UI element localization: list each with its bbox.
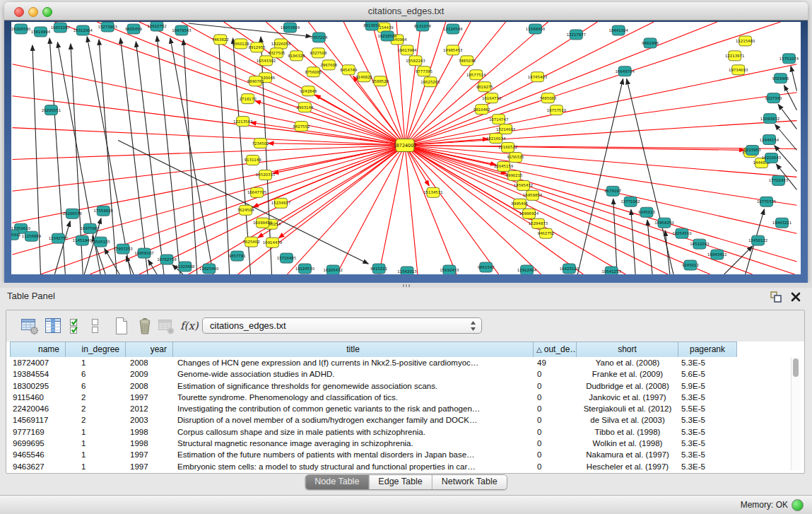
graph-edge-selected[interactable] [278, 146, 405, 238]
network-view-window[interactable]: citations_edges.txt 18724007746382293601… [4, 2, 808, 283]
table-cell[interactable]: Estimation of significance thresholds fo… [173, 380, 534, 392]
column-header-title[interactable]: title [173, 342, 534, 357]
table-cell[interactable]: 1998 [126, 438, 173, 449]
graph-edge[interactable] [184, 40, 197, 274]
table-cell[interactable]: 0 [534, 368, 577, 380]
table-cell[interactable]: 1 [66, 357, 126, 368]
graph-edge-selected[interactable] [189, 146, 405, 274]
table-cell[interactable]: 2 [66, 414, 126, 426]
graph-edge-selected[interactable] [405, 146, 796, 262]
graph-edge-selected[interactable] [405, 146, 668, 274]
table-cell[interactable]: 1 [66, 426, 126, 438]
table-cell[interactable]: 1997 [126, 392, 173, 403]
table-cell[interactable]: 0 [534, 403, 577, 414]
table-cell[interactable]: 19384554 [10, 368, 66, 380]
column-header-year[interactable]: year [126, 342, 173, 357]
table-cell[interactable]: Hescheler et al. (1997) [577, 461, 678, 472]
network-canvas[interactable]: 1872400774638229360128891295518226058932… [11, 22, 801, 274]
table-cell[interactable]: 0 [534, 438, 577, 449]
table-cell[interactable]: Structural magnetic resonance image aver… [173, 438, 534, 449]
select-all-icon[interactable] [69, 317, 83, 335]
table-cell[interactable]: de Silva et al. (2003) [577, 414, 678, 426]
table-cell[interactable]: 1 [66, 438, 126, 449]
graph-edge-selected[interactable] [405, 146, 796, 234]
table-selector-dropdown[interactable]: citations_edges.txt [202, 317, 482, 334]
table-cell[interactable]: 2008 [126, 357, 173, 368]
delete-table-icon[interactable] [157, 317, 175, 335]
table-cell[interactable]: 6 [66, 368, 126, 380]
table-cell[interactable]: 5.3E-5 [678, 414, 737, 426]
graph-edge[interactable] [665, 230, 670, 274]
memory-status-indicator[interactable] [792, 499, 804, 511]
table-cell[interactable]: 2 [66, 392, 126, 403]
graph-edge-selected[interactable] [405, 146, 457, 274]
table-cell[interactable]: Investigating the contribution of common… [173, 403, 534, 414]
table-cell[interactable]: 0 [534, 414, 577, 426]
table-cell[interactable]: Dudbridge et al. (2008) [577, 380, 678, 392]
graph-edge[interactable] [784, 86, 797, 110]
graph-edge-selected[interactable] [405, 22, 654, 146]
graph-edge-selected[interactable] [405, 22, 781, 146]
graph-edge[interactable] [218, 35, 229, 274]
table-cell[interactable]: Disruption of a novel member of a sodium… [173, 414, 534, 426]
table-cell[interactable]: 18724007 [10, 357, 66, 368]
table-row[interactable]: 946362711997Embryonic stem cells: a mode… [10, 461, 791, 472]
column-header-in_degree[interactable]: in_degree [66, 342, 126, 357]
table-row[interactable]: 1938455462009Genome-wide association stu… [10, 368, 791, 380]
table-cell[interactable]: Jankovic et al. (1997) [577, 392, 678, 403]
graph-edge[interactable] [647, 220, 652, 274]
tab-node-table[interactable]: Node Table [305, 475, 368, 489]
graph-edge-selected[interactable] [405, 146, 418, 274]
table-row[interactable]: 969969511998Structural magnetic resonanc… [10, 438, 791, 449]
table-cell[interactable]: 49 [534, 357, 577, 368]
table-cell[interactable]: 1 [66, 449, 126, 460]
table-cell[interactable]: Estimation of the future numbers of pati… [173, 449, 534, 460]
table-cell[interactable]: 6 [66, 380, 126, 392]
column-header-name[interactable]: name [10, 342, 66, 357]
graph-edge[interactable] [724, 246, 753, 274]
table-cell[interactable]: 0 [534, 449, 577, 460]
column-header-short[interactable]: short [577, 342, 678, 357]
graph-edge-selected[interactable] [238, 146, 405, 274]
graph-edge-selected[interactable] [405, 146, 541, 274]
graph-edge-selected[interactable] [405, 146, 499, 274]
graph-edge-selected[interactable] [255, 101, 405, 146]
graph-edge[interactable] [631, 209, 635, 274]
table-cell[interactable]: 2008 [126, 380, 173, 392]
table-cell[interactable]: 5.9E-5 [678, 380, 737, 392]
graph-edge-selected[interactable] [139, 146, 405, 274]
graph-edge[interactable] [613, 199, 617, 274]
graph-edge-selected[interactable] [379, 146, 405, 274]
table-cell[interactable]: Tibbo et al. (1998) [577, 426, 678, 438]
table-cell[interactable]: Changes of HCN gene expression and I(f) … [173, 357, 534, 368]
table-row[interactable]: 1872400712008Changes of HCN gene express… [10, 357, 791, 368]
graph-edge-selected[interactable] [13, 96, 405, 146]
table-cell[interactable]: 5.3E-5 [678, 392, 737, 403]
table-cell[interactable]: 22420046 [10, 403, 66, 414]
table-cell[interactable]: Yano et al. (2008) [577, 357, 678, 368]
split-divider[interactable] [0, 283, 812, 288]
graph-edge-selected[interactable] [405, 146, 753, 274]
graph-edge-selected[interactable] [405, 22, 717, 146]
column-header-out_de[interactable]: △out_de… [534, 342, 577, 357]
delete-column-icon[interactable] [136, 317, 154, 335]
table-cell[interactable]: 2009 [126, 368, 173, 380]
float-panel-icon[interactable] [770, 291, 782, 303]
table-row[interactable]: 977716911998Corpus callosum shape and si… [10, 426, 791, 438]
clear-selection-icon[interactable] [90, 317, 101, 335]
graph-edge-selected[interactable] [405, 22, 421, 146]
table-cell[interactable]: 18300295 [10, 380, 66, 392]
graph-edge[interactable] [148, 259, 157, 274]
table-cell[interactable]: Embryonic stem cells: a model to study s… [173, 461, 534, 472]
table-cell[interactable]: 5.3E-5 [678, 461, 737, 472]
table-cell[interactable]: Stergiakouli et al. (2012) [577, 403, 678, 414]
table-cell[interactable]: 5.6E-5 [678, 368, 737, 380]
graph-edge[interactable] [791, 66, 796, 91]
splitter-grip-icon[interactable] [403, 284, 410, 287]
table-cell[interactable]: 14569117 [10, 414, 66, 426]
close-panel-icon[interactable] [789, 291, 802, 303]
tab-network-table[interactable]: Network Table [432, 475, 507, 489]
column-visibility-icon[interactable] [44, 317, 62, 335]
graph-edge-selected[interactable] [315, 95, 405, 145]
table-cell[interactable]: 0 [534, 426, 577, 438]
